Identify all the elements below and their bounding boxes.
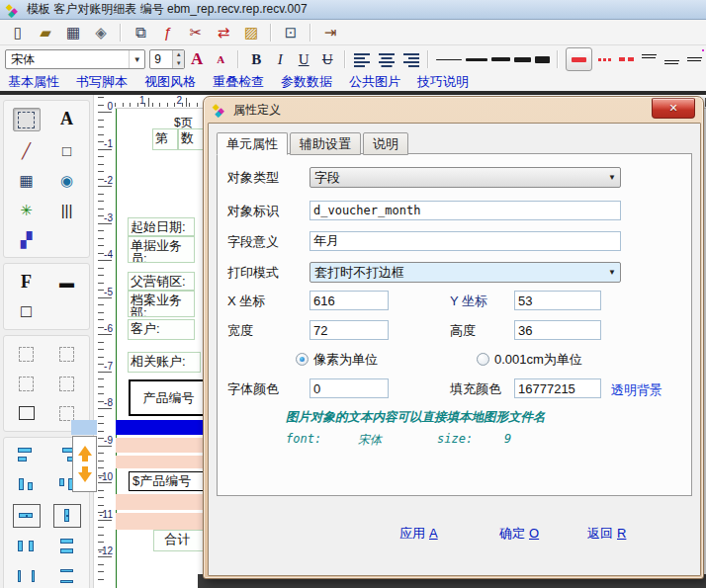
unit-pixel-radio[interactable] [296, 353, 309, 366]
menu-write-script[interactable]: 书写脚本 [76, 73, 128, 91]
row-band-pink[interactable] [116, 438, 209, 453]
italic-button[interactable]: I [269, 48, 291, 70]
table-tool-icon[interactable]: ▦ [14, 169, 40, 191]
text-tool-icon[interactable]: A [54, 108, 80, 129]
save-icon[interactable]: ▦ [60, 21, 86, 44]
product-code-header[interactable]: 产品编号 [129, 379, 209, 416]
pixel-figure-tool-icon[interactable]: ▞ [14, 228, 40, 250]
same-height-icon[interactable] [53, 504, 81, 528]
menu-basic-props[interactable]: 基本属性 [8, 73, 59, 91]
columns-tool-icon[interactable]: ||| [54, 199, 80, 220]
row-band-pink[interactable] [116, 456, 209, 468]
select-tool-icon[interactable] [13, 108, 41, 131]
fill-color-input[interactable] [514, 378, 601, 398]
menu-shared-images[interactable]: 公共图片 [349, 73, 400, 91]
label-box[interactable]: 父营销区: [128, 272, 195, 291]
line-weight-3-button[interactable] [491, 57, 510, 61]
strikethrough-button[interactable]: U [316, 48, 338, 70]
tab-aux-settings[interactable]: 辅助设置 [290, 132, 361, 155]
font-color-input[interactable] [309, 378, 389, 398]
chevron-down-icon[interactable]: ▼ [129, 50, 144, 68]
field-icon[interactable]: ƒ [155, 21, 181, 44]
label-box[interactable]: 档案业务部: [128, 291, 195, 317]
line-style-dotted-button[interactable] [598, 58, 611, 61]
space-horizontal-icon[interactable] [14, 565, 40, 587]
align-center-button[interactable] [376, 48, 397, 70]
back-button[interactable]: 返回R [587, 525, 626, 543]
align-left-edges-icon[interactable] [14, 445, 40, 466]
field-tool-icon[interactable]: F [14, 271, 40, 293]
row-band-pink[interactable] [116, 494, 209, 510]
web-tool-icon[interactable]: ◉ [54, 169, 80, 191]
exit-icon[interactable]: ⇥ [317, 21, 343, 44]
label-box[interactable]: 客户: [128, 319, 195, 340]
same-width-icon[interactable] [13, 504, 41, 528]
transparent-bg-link[interactable]: 透明背景 [611, 381, 662, 399]
menu-param-data[interactable]: 参数数据 [281, 73, 332, 91]
menu-overlap-check[interactable]: 重叠检查 [213, 73, 264, 91]
row-band-pink[interactable] [116, 513, 209, 530]
header-cell[interactable]: 数 [178, 128, 204, 150]
distribute-horizontal-icon[interactable] [14, 536, 40, 557]
line-style-dashed-button[interactable] [619, 57, 634, 61]
font-family-combo[interactable]: 宋体 ▼ [5, 49, 145, 69]
rect-tool-icon[interactable]: □ [54, 139, 80, 161]
line-style-solid-button[interactable] [566, 47, 592, 71]
print-mode-dropdown[interactable]: 套打时不打边框 ▼ [309, 262, 621, 283]
frame-style-2-icon[interactable] [54, 343, 80, 365]
increase-font-button[interactable]: A [186, 48, 208, 70]
close-button[interactable]: ✕ [652, 98, 695, 119]
border-top-button[interactable] [642, 52, 657, 66]
x-coord-input[interactable] [309, 291, 389, 310]
select-screen-icon[interactable]: ⊡ [278, 21, 304, 44]
menu-view-style[interactable]: 视图风格 [144, 73, 196, 91]
menu-tips[interactable]: 技巧说明 [417, 73, 469, 91]
border-bottom-button[interactable] [664, 52, 679, 66]
apply-button[interactable]: 应用A [399, 525, 438, 543]
exchange-icon[interactable]: ⇄ [211, 21, 236, 44]
image-object-tool-icon[interactable]: ✳ [14, 199, 40, 220]
header-cell[interactable]: 第 [152, 128, 178, 150]
object-type-dropdown[interactable]: 字段 ▼ [309, 167, 621, 188]
spin-up-icon[interactable]: ▲ [172, 50, 184, 59]
font-size-stepper[interactable]: 9 ▲▼ [149, 49, 185, 69]
dialog-titlebar[interactable]: ◆◆◆ 属性定义 [204, 97, 703, 123]
frame-style-3-icon[interactable] [14, 373, 40, 394]
align-right-button[interactable] [399, 48, 421, 70]
cut-icon[interactable]: ✂ [183, 21, 209, 44]
unit-cm-radio[interactable] [477, 353, 489, 366]
row-band-blue[interactable] [116, 420, 209, 435]
ok-button[interactable]: 确定O [499, 525, 539, 543]
line-weight-2-button[interactable] [466, 58, 487, 61]
box-tool-icon[interactable]: □ [14, 300, 40, 322]
decrease-font-button[interactable]: A [210, 48, 231, 70]
frame-style-1-icon[interactable] [14, 343, 40, 365]
y-coord-input[interactable] [514, 291, 601, 310]
frame-style-4-icon[interactable] [54, 373, 80, 394]
label-box[interactable]: 单据业务员: [128, 236, 195, 263]
line-weight-1-button[interactable] [436, 59, 462, 60]
line-tool-icon[interactable]: ╱ [14, 139, 40, 161]
nudge-down-icon[interactable] [78, 472, 92, 482]
border-middle-button[interactable] [687, 52, 702, 66]
preview-icon[interactable]: ◈ [88, 21, 114, 44]
space-vertical-icon[interactable] [54, 565, 80, 587]
bold-button[interactable]: B [245, 48, 267, 70]
image-icon[interactable]: ▨ [238, 21, 264, 44]
window-titlebar[interactable]: ◆◆◆ 模板 客户对账明细表 编号 ebm_rep.recv.rep.recv.… [0, 0, 706, 20]
underline-button[interactable]: U [293, 48, 314, 70]
width-input[interactable] [309, 320, 389, 340]
frame-style-5-icon[interactable] [14, 402, 40, 424]
tab-cell-props[interactable]: 单元属性 [217, 132, 288, 155]
align-bottom-icon[interactable] [14, 474, 40, 496]
nudge-up-icon[interactable] [78, 446, 92, 456]
field-meaning-input[interactable] [309, 231, 621, 251]
label-box[interactable]: 相关账户: [128, 352, 201, 373]
product-code-field[interactable]: $产品编号 [129, 471, 205, 491]
align-left-button[interactable] [352, 48, 374, 70]
spin-down-icon[interactable]: ▼ [172, 59, 184, 68]
hline-tool-icon[interactable]: ▬ [54, 271, 80, 293]
distribute-vertical-icon[interactable] [54, 536, 80, 557]
copy-icon[interactable]: ⧉ [128, 21, 153, 44]
new-icon[interactable]: ▯ [5, 21, 31, 44]
